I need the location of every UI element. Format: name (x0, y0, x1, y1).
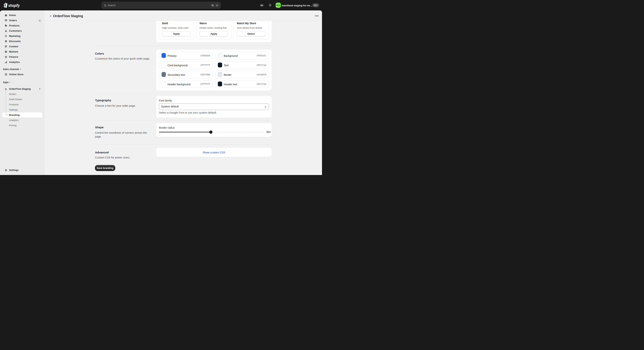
svg-text:shopify: shopify (8, 3, 20, 8)
